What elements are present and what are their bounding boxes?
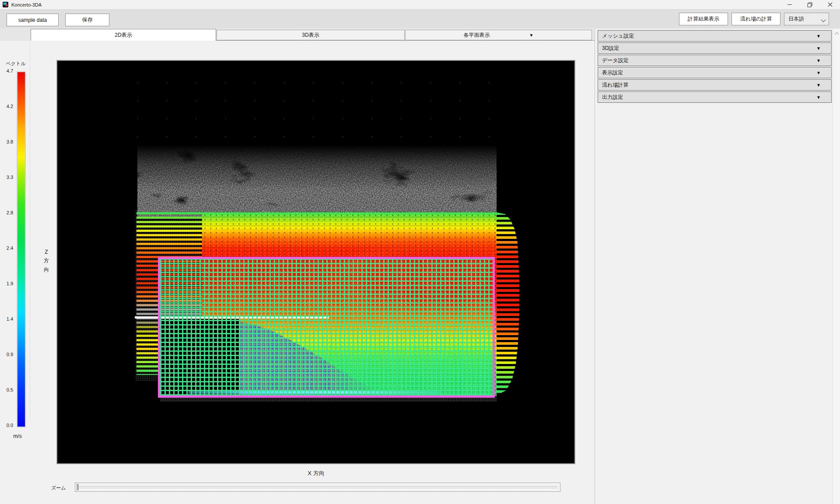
caret-down-icon: ▼ <box>816 95 821 100</box>
tab-3d-label: 3D表示 <box>302 32 319 39</box>
close-button[interactable] <box>820 0 840 9</box>
z-axis-label: Z 方 向 <box>39 248 53 274</box>
colorbar-tick: 0.0 <box>0 423 13 428</box>
colorbar-tick: 3.8 <box>0 139 13 144</box>
app-icon <box>3 2 8 7</box>
zoom-label: ズーム <box>51 485 66 491</box>
section-label: 表示設定 <box>602 69 623 77</box>
section-output-settings[interactable]: 出力設定 ▼ <box>598 91 832 103</box>
section-3d-settings[interactable]: 3D設定 ▼ <box>598 42 832 54</box>
section-label: メッシュ設定 <box>602 32 634 40</box>
particle-specks <box>123 74 508 153</box>
zoom-slider[interactable] <box>75 483 560 492</box>
colorbar: ベクトル 4.7 4.2 3.8 3.3 2.8 2.4 1.9 1.4 0.9… <box>0 57 33 451</box>
section-data-settings[interactable]: データ設定 ▼ <box>598 55 832 66</box>
compute-flow-button[interactable]: 流れ場の計算 <box>732 13 780 25</box>
tab-planes[interactable]: 各平面表示 ▼ <box>405 30 592 40</box>
language-select[interactable]: 日本語 <box>784 13 829 25</box>
minimize-icon <box>788 2 792 7</box>
restore-button[interactable] <box>800 0 820 9</box>
colorbar-tick: 0.9 <box>0 352 13 357</box>
tab-2d[interactable]: 2D表示 <box>31 29 216 41</box>
chevron-down-icon <box>821 17 826 22</box>
show-results-button[interactable]: 計算結果表示 <box>679 13 728 25</box>
minimize-button[interactable] <box>780 0 800 9</box>
section-label: 流れ場計算 <box>602 81 628 89</box>
restore-icon <box>807 2 812 7</box>
save-button[interactable]: 保存 <box>65 14 109 26</box>
close-icon <box>828 2 833 7</box>
colorbar-tick: 2.4 <box>0 245 13 251</box>
tab-planes-label: 各平面表示 <box>464 32 490 39</box>
zoom-slider-thumb[interactable] <box>77 484 79 490</box>
colorbar-tick: 0.5 <box>0 387 13 392</box>
colorbar-gradient <box>17 71 26 427</box>
caret-down-icon: ▼ <box>816 70 821 75</box>
tab-2d-label: 2D表示 <box>115 32 132 39</box>
language-value: 日本語 <box>788 15 804 23</box>
colorbar-tick: 2.8 <box>0 210 13 215</box>
colorbar-tick: 4.7 <box>0 68 13 74</box>
roi-rectangle[interactable] <box>158 257 495 398</box>
section-label: 3D設定 <box>602 45 619 52</box>
window-controls <box>780 0 840 9</box>
section-display-settings[interactable]: 表示設定 ▼ <box>598 67 832 78</box>
panel-scrollbar[interactable] <box>833 29 840 504</box>
colorbar-tick: 1.4 <box>0 316 13 322</box>
caret-down-icon: ▼ <box>529 33 534 38</box>
caret-down-icon: ▼ <box>816 83 821 88</box>
toolbar: sample data 保存 計算結果表示 流れ場の計算 日本語 <box>0 10 840 28</box>
colorbar-tick: 1.9 <box>0 281 13 286</box>
caret-down-icon: ▼ <box>816 58 821 63</box>
sample-data-button[interactable]: sample data <box>7 14 59 26</box>
panel-divider <box>595 29 595 504</box>
section-label: データ設定 <box>602 57 629 64</box>
colorbar-tick: 3.3 <box>0 175 13 180</box>
chevron-up-icon <box>835 32 839 37</box>
x-axis-label: X 方向 <box>280 469 352 477</box>
colorbar-tick: 4.2 <box>0 104 13 109</box>
section-mesh-settings[interactable]: メッシュ設定 ▼ <box>598 30 832 42</box>
section-flow-computation[interactable]: 流れ場計算 ▼ <box>598 79 832 91</box>
window-title: Koncerto-3DA <box>11 2 42 7</box>
zoom-slider-track[interactable] <box>77 486 558 490</box>
caret-down-icon: ▼ <box>816 46 821 51</box>
smoke-image <box>137 145 497 218</box>
outlet-vector-fan <box>496 212 519 398</box>
flow-field-canvas[interactable] <box>56 60 575 464</box>
caret-down-icon: ▼ <box>816 34 821 38</box>
title-bar: Koncerto-3DA <box>0 0 840 10</box>
tab-3d[interactable]: 3D表示 <box>217 30 405 40</box>
section-label: 出力設定 <box>602 94 623 101</box>
colorbar-title: ベクトル <box>3 60 29 67</box>
colorbar-unit: m/s <box>8 433 27 439</box>
